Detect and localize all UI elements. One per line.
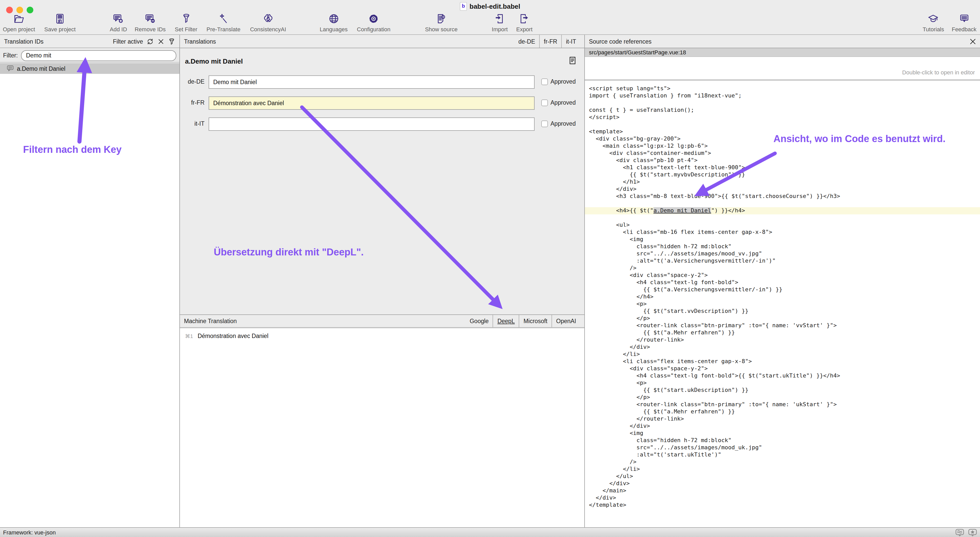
toolbar-label: Tutorials: [923, 26, 944, 32]
toolbar-configuration[interactable]: Configuration: [357, 13, 391, 32]
translation-id-list: a.Demo mit Daniel: [0, 63, 180, 527]
toolbar-languages[interactable]: Languages: [320, 13, 348, 32]
panel-title: Source code references: [589, 38, 651, 45]
provider-tab-microsoft[interactable]: Microsoft: [519, 315, 552, 327]
funnel-icon[interactable]: [168, 38, 175, 45]
source-code-header: Source code references: [585, 35, 980, 48]
toolbar-set-filter[interactable]: Set Filter: [175, 13, 197, 32]
translation-id-item[interactable]: a.Demo mit Daniel: [0, 63, 180, 74]
code-line: [585, 121, 980, 128]
toolbar-open-project[interactable]: Open project: [3, 13, 35, 32]
source-reference-text: src/pages/start/GuestStartPage.vue:18: [589, 49, 686, 56]
panel-title: Machine Translation: [184, 318, 237, 324]
filter-row: Filter: Demo mit: [0, 49, 180, 62]
app-window: b babel-edit.babel Open projectSave proj…: [0, 0, 980, 537]
rate-app-icon[interactable]: [968, 529, 977, 536]
import-icon: [494, 13, 506, 25]
language-label-fr-FR: fr-FR: [182, 99, 205, 106]
add-id-icon: [113, 13, 124, 25]
language-label-it-IT: it-IT: [182, 121, 205, 127]
source-reference-row[interactable]: src/pages/start/GuestStartPage.vue:18: [585, 48, 980, 57]
provider-tab-deepl[interactable]: DeepL: [493, 315, 519, 327]
approved-label: Approved: [550, 78, 576, 84]
code-line: {{ $t("a.Mehr erfahren") }}: [585, 329, 980, 336]
language-tab-it-it[interactable]: it-IT: [561, 35, 580, 48]
refresh-icon[interactable]: [146, 38, 154, 45]
toolbar-export[interactable]: Export: [516, 13, 533, 32]
toolbar-label: Languages: [320, 26, 348, 32]
clear-filter-icon[interactable]: [158, 38, 164, 45]
filter-input[interactable]: Demo mit: [21, 50, 177, 61]
comment-note-icon[interactable]: [569, 56, 576, 65]
code-line: <div class="pb-10 pt-4">: [585, 157, 980, 164]
translations-header: Translations de-DEfr-FRit-IT: [180, 35, 584, 48]
provider-tab-openai[interactable]: OpenAI: [552, 315, 580, 327]
zoom-window-button[interactable]: [27, 7, 33, 13]
approved-checkbox-fr-FR[interactable]: [541, 99, 548, 106]
toolbar-label: Import: [492, 26, 508, 32]
code-line: <router-link class="btn-primary" :to="{ …: [585, 401, 980, 408]
toolbar-show-source[interactable]: Show source: [425, 13, 457, 32]
comment-bubble-icon: [7, 64, 14, 73]
provider-tab-google[interactable]: Google: [466, 315, 493, 327]
toolbar-label: Set Filter: [175, 26, 197, 32]
toolbar-pre-translate[interactable]: Pre-Translate: [207, 13, 240, 32]
toolbar-consistencyai[interactable]: ConsistencyAI: [250, 13, 286, 32]
toolbar-label: Remove IDs: [135, 26, 165, 32]
mt-shortcut: ⌘1: [185, 333, 193, 339]
approved-checkbox-de-DE[interactable]: [541, 78, 548, 85]
translations-panel: Translations de-DEfr-FRit-IT a.Demo mit …: [180, 35, 585, 527]
entry-id-title: a.Demo mit Daniel: [185, 57, 243, 65]
code-line: />: [585, 265, 980, 272]
code-line: import { useTranslation } from "i18next-…: [585, 92, 980, 99]
toolbar-save-project[interactable]: Save project: [45, 13, 76, 32]
code-line: <h4 class="text-lg font-bold">{{ $t("sta…: [585, 372, 980, 379]
approved-label: Approved: [550, 121, 576, 127]
window-title-text: babel-edit.babel: [469, 3, 520, 10]
code-line: {{ $t("a.Versicherungsvermittler/-in") }…: [585, 286, 980, 293]
code-line: {{ $t("a.Mehr erfahren") }}: [585, 408, 980, 416]
annotation-deepl: Übersetzung direkt mit "DeepL".: [214, 247, 364, 258]
close-window-button[interactable]: [6, 7, 13, 13]
code-line: const { t } = useTranslation();: [585, 107, 980, 114]
mt-suggestion-row[interactable]: ⌘1 Démonstration avec Daniel: [185, 333, 268, 339]
language-tab-fr-fr[interactable]: fr-FR: [539, 35, 561, 48]
toolbar-label: Feedback: [952, 26, 977, 32]
code-line: [585, 99, 980, 107]
toolbar-remove-ids[interactable]: Remove IDs: [135, 13, 165, 32]
code-line: </h4>: [585, 293, 980, 301]
toolbar-add-id[interactable]: Add ID: [110, 13, 127, 32]
translation-input-fr-FR[interactable]: Démonstration avec Daniel: [208, 96, 535, 110]
toolbar-import[interactable]: Import: [492, 13, 508, 32]
open-editor-hint: Double-click to open in editor: [902, 69, 975, 75]
toolbar-feedback[interactable]: Feedback: [952, 13, 977, 32]
toolbar-label: Save project: [45, 26, 76, 32]
approved-checkbox-it-IT[interactable]: [541, 121, 548, 127]
approved-label: Approved: [550, 99, 576, 106]
toolbar-tutorials[interactable]: Tutorials: [923, 13, 944, 32]
app-file-icon: b: [460, 2, 467, 11]
code-line: <h4 class="text-lg font-bold">: [585, 279, 980, 286]
source-eye-icon: [436, 13, 447, 25]
translation-input-it-IT[interactable]: [208, 118, 535, 131]
translation-memory-icon[interactable]: [955, 529, 964, 536]
code-line-highlighted: <h4>{{ $t("a.Demo mit Daniel") }}</h4>: [585, 207, 980, 214]
feedback-bubble-icon: [958, 13, 970, 25]
code-line: :alt="t('start.ukTitle')": [585, 451, 980, 459]
code-line: {{ $t("start.myvbvDescription") }}: [585, 171, 980, 178]
remove-ids-icon: [144, 13, 156, 25]
code-line: </li>: [585, 466, 980, 473]
code-line: :alt="t('a.Versicherungsvermittler/-in')…: [585, 258, 980, 265]
panel-title: Translation IDs: [4, 38, 44, 45]
filter-label: Filter:: [3, 52, 18, 59]
annotation-filter-key: Filtern nach dem Key: [23, 144, 121, 155]
language-tab-de-de[interactable]: de-DE: [514, 35, 539, 48]
minimize-window-button[interactable]: [16, 7, 23, 13]
globe-icon: [328, 13, 340, 25]
translation-input-de-DE[interactable]: Demo mit Daniel: [208, 75, 535, 89]
translation-ids-header: Translation IDs Filter active: [0, 35, 180, 48]
close-panel-icon[interactable]: [970, 38, 976, 45]
toolbar-label: Show source: [425, 26, 457, 32]
code-line: <script setup lang="ts">: [585, 85, 980, 92]
code-line: <div class="space-y-2">: [585, 365, 980, 372]
